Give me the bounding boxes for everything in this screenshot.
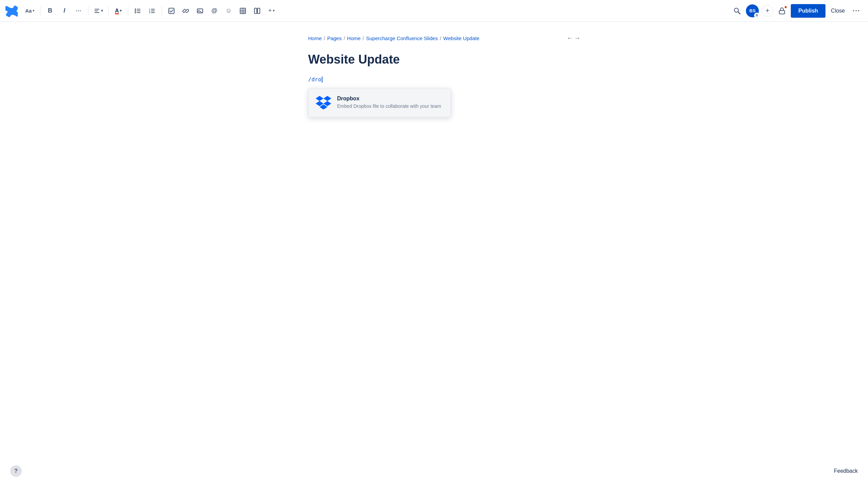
lock-notification (784, 5, 787, 9)
table-button[interactable] (237, 5, 249, 17)
align-button[interactable]: ▾ (92, 5, 105, 17)
mention-button[interactable]: @ (208, 5, 220, 17)
editor-command-line[interactable]: /dro (308, 76, 560, 83)
breadcrumb-sep-4: / (440, 36, 441, 41)
footer: ? Feedback (0, 465, 868, 477)
add-collaborator-button[interactable]: + (762, 5, 773, 17)
text-cursor (322, 77, 322, 83)
page-title[interactable]: Website Update (308, 52, 560, 67)
text-color-button[interactable]: A ▾ (112, 5, 124, 17)
svg-rect-4 (137, 9, 140, 10)
breadcrumb-home-1[interactable]: Home (308, 35, 322, 41)
svg-text:3.: 3. (149, 12, 151, 14)
dropbox-text: Dropbox Embed Dropbox file to collaborat… (337, 96, 441, 110)
svg-line-26 (738, 12, 740, 14)
breadcrumb-sep-1: / (324, 36, 325, 41)
dropbox-title: Dropbox (337, 96, 441, 102)
svg-rect-12 (151, 11, 155, 11)
svg-rect-14 (151, 12, 155, 13)
divider-1 (40, 6, 40, 16)
more-format-button[interactable]: ··· (72, 5, 85, 17)
divider-2 (88, 6, 88, 16)
dropbox-option[interactable]: Dropbox Embed Dropbox file to collaborat… (308, 88, 451, 117)
breadcrumb-sep-2: / (344, 36, 345, 41)
toolbar: Aa ▾ B I ··· ▾ A ▾ 1.2.3. (0, 0, 868, 22)
svg-point-7 (135, 12, 136, 13)
feedback-button[interactable]: Feedback (834, 468, 858, 474)
divider-5 (162, 6, 162, 16)
task-button[interactable] (165, 5, 178, 17)
breadcrumb-prev-icon[interactable]: ← (567, 35, 573, 42)
emoji-button[interactable]: ☺ (222, 5, 235, 17)
svg-rect-10 (151, 9, 155, 10)
main-content: Home / Pages / Home / Supercharge Conflu… (281, 22, 587, 131)
image-button[interactable] (194, 5, 206, 17)
lock-button[interactable] (776, 5, 788, 17)
svg-rect-23 (254, 8, 257, 14)
publish-button[interactable]: Publish (791, 4, 825, 18)
dropbox-description: Embed Dropbox file to collaborate with y… (337, 103, 441, 110)
svg-rect-27 (779, 11, 785, 14)
breadcrumb: Home / Pages / Home / Supercharge Conflu… (308, 35, 560, 41)
numbered-list-button[interactable]: 1.2.3. (146, 5, 158, 17)
divider-4 (128, 6, 128, 16)
search-button[interactable] (731, 5, 743, 17)
more-options-button[interactable]: ··· (850, 5, 863, 17)
slash-command-dropdown: Dropbox Embed Dropbox file to collaborat… (308, 88, 451, 117)
avatar[interactable]: BS B (746, 4, 759, 17)
help-button[interactable]: ? (10, 465, 22, 477)
svg-rect-1 (95, 11, 98, 11)
svg-rect-18 (240, 8, 246, 14)
avatar-badge: B (754, 13, 760, 18)
svg-rect-0 (95, 9, 99, 10)
breadcrumb-nav[interactable]: ← → (567, 35, 580, 42)
dropbox-icon (315, 95, 332, 111)
svg-point-3 (135, 9, 136, 10)
font-size-button[interactable]: Aa ▾ (23, 5, 37, 17)
bold-button[interactable]: B (44, 5, 56, 17)
svg-rect-16 (197, 9, 203, 13)
close-button[interactable]: Close (828, 4, 848, 18)
svg-rect-2 (95, 12, 99, 13)
svg-rect-8 (137, 12, 140, 13)
toolbar-right: BS B + Publish Close ··· (731, 4, 863, 18)
italic-button[interactable]: I (58, 5, 70, 17)
breadcrumb-home-2[interactable]: Home (347, 35, 361, 41)
breadcrumb-supercharge[interactable]: Supercharge Confluence Slides (366, 35, 438, 41)
divider-3 (108, 6, 109, 16)
insert-button[interactable]: + ▾ (265, 5, 278, 17)
svg-point-5 (135, 10, 136, 12)
breadcrumb-sep-3: / (363, 36, 364, 41)
confluence-logo[interactable] (5, 5, 18, 17)
layout-button[interactable] (251, 5, 263, 17)
svg-rect-24 (257, 8, 260, 14)
breadcrumb-pages[interactable]: Pages (327, 35, 342, 41)
editor-command-text: /dro (308, 76, 321, 83)
breadcrumb-next-icon[interactable]: → (574, 35, 580, 42)
breadcrumb-website-update[interactable]: Website Update (443, 35, 479, 41)
svg-rect-6 (137, 11, 140, 11)
bullet-list-button[interactable] (132, 5, 144, 17)
link-button[interactable] (180, 5, 192, 17)
